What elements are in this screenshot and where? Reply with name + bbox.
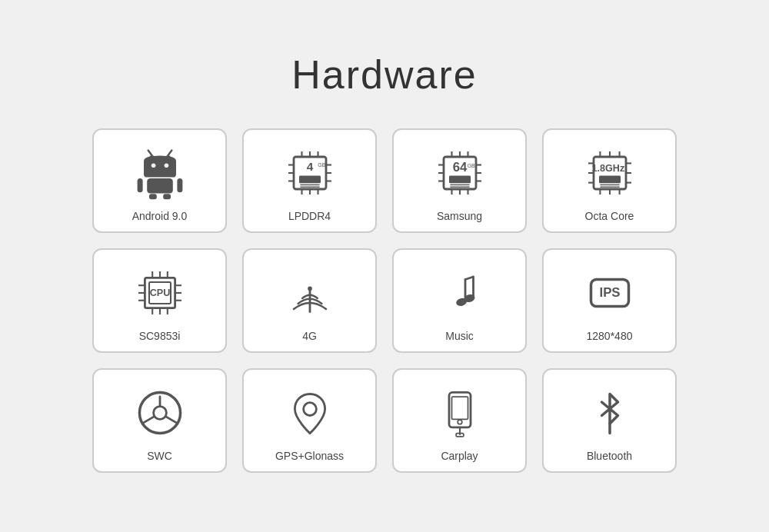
svg-text:CPU: CPU: [149, 288, 170, 298]
svg-text:GB: GB: [467, 163, 474, 168]
svg-rect-8: [163, 194, 171, 199]
octa-core-icon: 1.8GHz: [579, 142, 641, 204]
card-cpu: CPU SC9853i: [92, 248, 227, 353]
gps-icon: [279, 382, 341, 444]
svg-text:64: 64: [452, 160, 467, 175]
cpu-icon: CPU: [129, 262, 191, 324]
bluetooth-icon: [579, 382, 641, 444]
samsung-label: Samsung: [437, 210, 482, 222]
svg-line-92: [165, 417, 175, 423]
svg-rect-10: [177, 178, 182, 192]
svg-rect-26: [299, 176, 321, 184]
svg-text:4: 4: [306, 160, 313, 173]
svg-text:1.8GHz: 1.8GHz: [591, 163, 624, 174]
octa-core-label: Octa Core: [585, 210, 634, 222]
svg-line-3: [168, 151, 171, 155]
card-lpddr4: 4 GB LPDDR4: [242, 128, 377, 233]
card-octa-core: 1.8GHz Octa Core: [542, 128, 677, 233]
gps-label: GPS+Glonass: [275, 450, 344, 462]
card-ips: IPS 1280*480: [542, 248, 677, 353]
hardware-grid: Android 9.0: [92, 128, 677, 473]
svg-point-80: [308, 287, 312, 291]
svg-line-83: [465, 277, 474, 280]
svg-line-2: [148, 151, 151, 155]
swc-icon: [129, 382, 191, 444]
card-music: Music: [392, 248, 527, 353]
card-4g: 4G: [242, 248, 377, 353]
samsung-icon: 64 GB: [429, 142, 491, 204]
carplay-label: Carplay: [441, 450, 478, 462]
bluetooth-label: Bluetooth: [587, 450, 632, 462]
svg-rect-9: [137, 178, 142, 192]
carplay-icon: [429, 382, 491, 444]
music-icon: [429, 262, 491, 324]
ips-label: 1280*480: [587, 330, 633, 342]
card-samsung: 64 GB Samsung: [392, 128, 527, 233]
4g-icon: [279, 262, 341, 324]
swc-label: SWC: [147, 450, 172, 462]
svg-rect-44: [449, 176, 471, 184]
card-carplay: Carplay: [392, 368, 527, 473]
svg-point-5: [164, 163, 168, 168]
card-android: Android 9.0: [92, 128, 227, 233]
page-container: Hardware: [0, 28, 769, 504]
page-title: Hardware: [31, 52, 738, 98]
svg-text:IPS: IPS: [599, 285, 620, 300]
music-label: Music: [445, 330, 474, 342]
svg-point-93: [303, 403, 316, 416]
svg-rect-7: [149, 194, 157, 199]
ips-icon: IPS: [579, 262, 641, 324]
svg-line-91: [144, 417, 154, 423]
svg-rect-61: [599, 176, 621, 184]
android-icon: [129, 142, 191, 204]
card-bluetooth: Bluetooth: [542, 368, 677, 473]
card-gps: GPS+Glonass: [242, 368, 377, 473]
card-swc: SWC: [92, 368, 227, 473]
svg-point-89: [153, 407, 166, 420]
4g-label: 4G: [302, 330, 317, 342]
lpddr4-label: LPDDR4: [288, 210, 331, 222]
svg-rect-6: [147, 178, 173, 194]
android-label: Android 9.0: [132, 210, 188, 222]
lpddr4-icon: 4 GB: [279, 142, 341, 204]
svg-rect-95: [451, 397, 468, 419]
svg-text:GB: GB: [318, 162, 325, 168]
cpu-label: SC9853i: [139, 330, 181, 342]
svg-point-4: [151, 163, 155, 168]
svg-point-96: [458, 420, 462, 424]
